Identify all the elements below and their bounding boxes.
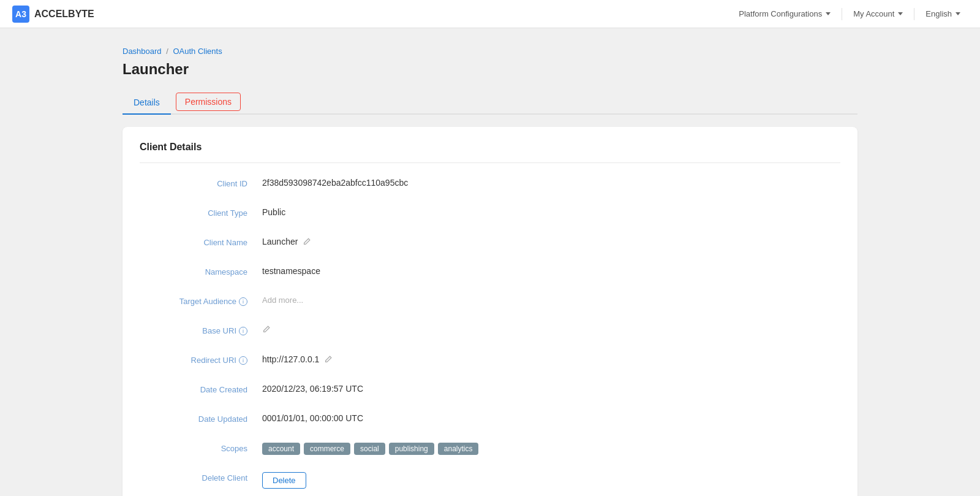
client-id-value: 2f38d593098742eba2abfcc110a95cbc [262, 178, 840, 188]
logo-text: ACCELBYTE [34, 9, 94, 20]
field-scopes: Scopes account commerce social publishin… [140, 443, 840, 460]
scope-tag-social: social [354, 443, 385, 455]
base-uri-label: Base URI i [140, 325, 262, 335]
base-uri-info-icon: i [239, 327, 247, 335]
breadcrumb-current[interactable]: OAuth Clients [173, 47, 222, 56]
nav-divider-1 [842, 8, 842, 20]
namespace-value: testnamespace [262, 266, 840, 276]
base-uri-edit-icon[interactable] [262, 325, 271, 334]
field-client-type: Client Type Public [140, 207, 840, 224]
redirect-uri-value: http://127.0.0.1 [262, 354, 840, 364]
delete-client-value: Delete [262, 472, 840, 489]
nav-divider-2 [914, 8, 914, 20]
tab-details[interactable]: Details [123, 91, 171, 115]
redirect-uri-edit-icon[interactable] [324, 355, 333, 364]
redirect-uri-label: Redirect URI i [140, 354, 262, 365]
scope-tag-account: account [262, 443, 300, 455]
redirect-uri-info-icon: i [239, 356, 247, 365]
scope-tags-container: account commerce social publishing analy… [262, 443, 478, 455]
field-base-uri: Base URI i [140, 325, 840, 342]
field-date-updated: Date Updated 0001/01/01, 00:00:00 UTC [140, 413, 840, 430]
breadcrumb-parent[interactable]: Dashboard [123, 47, 162, 56]
delete-client-label: Delete Client [140, 472, 262, 483]
platform-configurations-menu[interactable]: Platform Configurations [731, 6, 838, 22]
client-name-value: Launcher [262, 237, 840, 246]
main-content: Dashboard / OAuth Clients Launcher Detai… [0, 28, 980, 496]
scopes-value: account commerce social publishing analy… [262, 443, 840, 455]
scope-tag-publishing: publishing [389, 443, 434, 455]
client-type-value: Public [262, 207, 840, 217]
date-created-value: 2020/12/23, 06:19:57 UTC [262, 384, 840, 394]
page-title: Launcher [123, 61, 858, 78]
card-title: Client Details [140, 142, 840, 163]
delete-button[interactable]: Delete [262, 472, 306, 489]
field-date-created: Date Created 2020/12/23, 06:19:57 UTC [140, 384, 840, 401]
field-namespace: Namespace testnamespace [140, 266, 840, 283]
scopes-label: Scopes [140, 443, 262, 453]
date-created-label: Date Created [140, 384, 262, 394]
field-client-id: Client ID 2f38d593098742eba2abfcc110a95c… [140, 178, 840, 195]
scope-tag-analytics: analytics [438, 443, 479, 455]
header: A3 ACCELBYTE Platform Configurations My … [0, 0, 980, 28]
client-details-card: Client Details Client ID 2f38d593098742e… [123, 127, 858, 496]
client-name-label: Client Name [140, 237, 262, 247]
target-audience-info-icon: i [239, 297, 247, 306]
breadcrumb: Dashboard / OAuth Clients [123, 47, 858, 56]
my-account-chevron-icon [898, 12, 903, 15]
client-id-label: Client ID [140, 178, 262, 188]
target-audience-value[interactable]: Add more... [262, 296, 840, 305]
client-type-label: Client Type [140, 207, 262, 218]
breadcrumb-separator: / [166, 47, 168, 56]
base-uri-value [262, 325, 840, 334]
target-audience-label: Target Audience i [140, 296, 262, 306]
language-menu[interactable]: English [918, 6, 968, 22]
field-target-audience: Target Audience i Add more... [140, 296, 840, 313]
field-delete-client: Delete Client Delete [140, 472, 840, 489]
language-label: English [925, 9, 952, 18]
date-updated-value: 0001/01/01, 00:00:00 UTC [262, 413, 840, 423]
my-account-label: My Account [853, 9, 894, 18]
logo-icon: A3 [12, 6, 29, 23]
header-nav: Platform Configurations My Account Engli… [731, 6, 968, 22]
platform-configurations-chevron-icon [826, 12, 831, 15]
tabs: Details Permissions [123, 90, 858, 115]
field-client-name: Client Name Launcher [140, 237, 840, 254]
date-updated-label: Date Updated [140, 413, 262, 424]
my-account-menu[interactable]: My Account [846, 6, 910, 22]
logo[interactable]: A3 ACCELBYTE [12, 6, 731, 23]
tab-permissions[interactable]: Permissions [176, 93, 241, 111]
field-redirect-uri: Redirect URI i http://127.0.0.1 [140, 354, 840, 372]
namespace-label: Namespace [140, 266, 262, 277]
client-name-edit-icon[interactable] [303, 237, 311, 246]
language-chevron-icon [956, 12, 960, 15]
scope-tag-commerce: commerce [304, 443, 350, 455]
platform-configurations-label: Platform Configurations [739, 9, 822, 18]
